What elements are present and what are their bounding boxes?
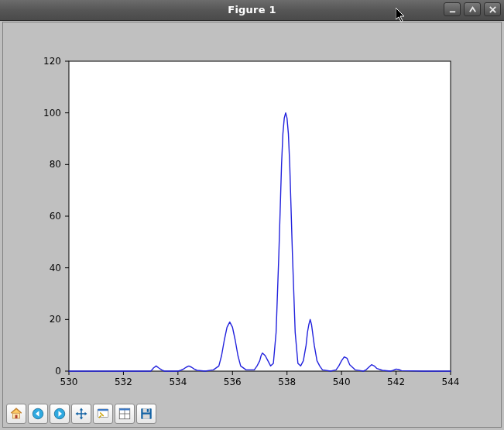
close-button[interactable] bbox=[484, 2, 501, 16]
xtick-label: 530 bbox=[60, 377, 78, 387]
xtick-label: 538 bbox=[278, 377, 296, 387]
svg-rect-15 bbox=[147, 409, 149, 412]
xtick-label: 532 bbox=[115, 377, 132, 387]
zoom-button[interactable] bbox=[93, 404, 113, 424]
window-buttons bbox=[444, 2, 501, 16]
figure-client-area: 530532534536538540542544020406080100120 bbox=[2, 22, 502, 428]
maximize-icon bbox=[468, 5, 477, 14]
save-button[interactable] bbox=[136, 404, 156, 424]
xtick-label: 534 bbox=[169, 377, 187, 387]
plot-area[interactable]: 530532534536538540542544020406080100120 bbox=[3, 22, 501, 402]
svg-rect-14 bbox=[143, 408, 150, 412]
ytick-label: 60 bbox=[50, 211, 61, 222]
close-icon bbox=[489, 5, 497, 14]
matplotlib-toolbar bbox=[6, 404, 156, 424]
arrow-right-icon bbox=[53, 407, 67, 421]
maximize-button[interactable] bbox=[464, 2, 481, 16]
svg-rect-4 bbox=[15, 415, 18, 419]
forward-button[interactable] bbox=[50, 404, 70, 424]
xtick-label: 540 bbox=[333, 377, 351, 387]
svg-rect-16 bbox=[143, 415, 150, 419]
pan-button[interactable] bbox=[71, 404, 91, 424]
ytick-label: 100 bbox=[43, 108, 61, 119]
minimize-button[interactable] bbox=[444, 2, 461, 16]
ytick-label: 40 bbox=[50, 263, 61, 273]
xtick-label: 544 bbox=[442, 377, 460, 387]
svg-rect-8 bbox=[98, 409, 108, 411]
window-title: Figure 1 bbox=[0, 0, 504, 20]
titlebar: Figure 1 bbox=[0, 0, 504, 21]
ytick-label: 120 bbox=[43, 56, 61, 67]
home-button[interactable] bbox=[6, 404, 26, 424]
axes-frame bbox=[69, 61, 451, 371]
arrow-left-icon bbox=[31, 407, 45, 421]
zoom-rect-icon bbox=[96, 407, 110, 421]
move-icon bbox=[74, 407, 88, 421]
line-chart: 530532534536538540542544020406080100120 bbox=[3, 22, 501, 402]
home-icon bbox=[9, 407, 23, 421]
subplots-icon bbox=[118, 407, 132, 421]
xtick-label: 542 bbox=[387, 377, 405, 387]
subplots-button[interactable] bbox=[115, 404, 135, 424]
ytick-label: 0 bbox=[55, 366, 61, 377]
xtick-label: 536 bbox=[224, 377, 242, 387]
svg-rect-12 bbox=[119, 408, 130, 410]
back-button[interactable] bbox=[28, 404, 48, 424]
ytick-label: 80 bbox=[50, 159, 61, 170]
save-icon bbox=[139, 407, 153, 421]
ytick-label: 20 bbox=[50, 314, 61, 325]
minimize-icon bbox=[448, 5, 457, 14]
